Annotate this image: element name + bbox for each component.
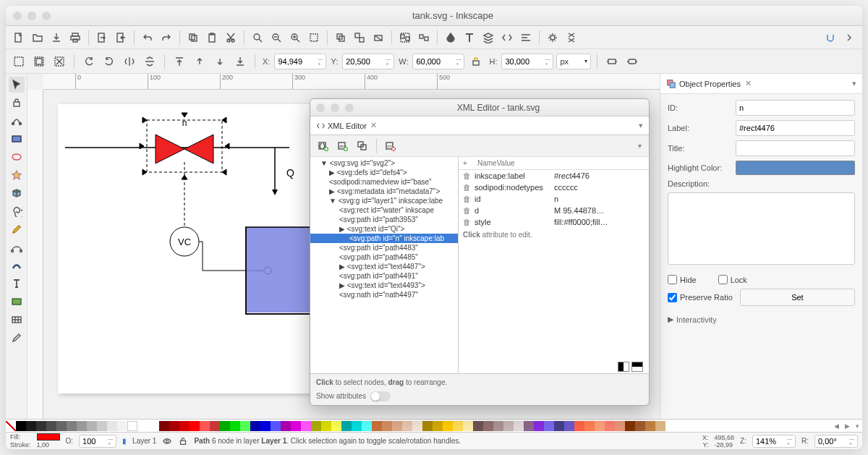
duplicate-node-button[interactable] (354, 137, 371, 155)
new-file-button[interactable] (10, 29, 27, 46)
fill-stroke-button[interactable] (442, 29, 459, 46)
calligraphy-tool[interactable] (9, 258, 25, 273)
rect-tool[interactable] (9, 131, 25, 147)
lower-button[interactable] (211, 53, 229, 70)
new-element-node-button[interactable] (315, 137, 332, 155)
hide-checkbox[interactable]: Hide (668, 275, 697, 284)
dropper-tool[interactable] (9, 330, 25, 346)
new-text-node-button[interactable]: abc (334, 137, 352, 155)
group-button[interactable] (396, 29, 414, 46)
align-button[interactable] (517, 29, 535, 46)
mesh-tool[interactable] (9, 312, 25, 328)
xml-node[interactable]: ▶ <svg:text id="text4493"> (310, 281, 458, 290)
xml-node[interactable]: <svg:path id="path4491" (310, 271, 458, 281)
zoom-page-button[interactable] (286, 29, 304, 46)
horizontal-ruler[interactable]: 0100200300400500 (43, 74, 660, 90)
3dbox-tool[interactable] (9, 185, 25, 201)
import-button[interactable] (93, 29, 111, 46)
zoom-input[interactable]: —+ (752, 435, 796, 448)
layout-horizontal-button[interactable] (618, 362, 629, 372)
highlight-color-button[interactable] (736, 161, 855, 175)
xml-node[interactable]: <svg:rect id="water" inkscape (310, 205, 458, 215)
print-button[interactable] (67, 29, 84, 46)
palette-scroll-right[interactable]: ▶ (842, 422, 853, 430)
xml-node[interactable]: ▶ <svg:text id="Qi"> (310, 224, 458, 234)
x-input[interactable]: —+ (274, 54, 326, 69)
gradient-tool[interactable] (9, 294, 25, 310)
text-dialog-button[interactable] (461, 29, 478, 46)
text-tool[interactable] (9, 276, 25, 292)
layers-button[interactable] (480, 29, 497, 46)
id-field[interactable] (736, 100, 855, 116)
xml-editor-dialog[interactable]: XML Editor - tank.svg XML Editor✕ ▾ abc … (310, 98, 650, 406)
xml-titlebar[interactable]: XML Editor - tank.svg (310, 99, 649, 116)
xml-node[interactable]: <svg:path id="path4483" (310, 243, 458, 252)
vertical-ruler[interactable] (27, 90, 43, 419)
xml-node[interactable]: ▼ <svg:g id="layer1" inkscape:labe (310, 196, 458, 205)
doc-properties-button[interactable] (563, 29, 580, 46)
xml-node[interactable]: <svg:nath id="nath4497" (310, 290, 458, 299)
star-tool[interactable] (9, 167, 25, 183)
description-field[interactable] (668, 192, 855, 265)
xml-node[interactable]: <sodipodi:namedview id="base" (310, 177, 458, 187)
unit-select[interactable]: px▾ (556, 54, 591, 69)
preserve-ratio-checkbox[interactable]: Preserve Ratio (668, 293, 733, 302)
zoom-drawing-button[interactable] (268, 29, 285, 46)
scale-corners-button[interactable] (624, 53, 641, 70)
delete-attr-icon[interactable]: 🗑 (463, 195, 475, 203)
undo-button[interactable] (139, 29, 156, 46)
delete-attr-icon[interactable]: 🗑 (463, 171, 475, 180)
xml-node[interactable]: <svg:path id="path3953" (310, 215, 458, 224)
label-field[interactable] (736, 120, 855, 136)
set-button[interactable]: Set (740, 289, 855, 306)
select-all-button[interactable] (10, 53, 27, 70)
duplicate-button[interactable] (332, 29, 349, 46)
lock-checkbox[interactable]: Lock (718, 275, 747, 284)
w-input[interactable]: —+ (412, 54, 464, 69)
scale-stroke-button[interactable] (603, 53, 621, 70)
xml-attr-row[interactable]: 🗑inkscape:label#rect4476 (459, 170, 649, 182)
flip-h-button[interactable] (121, 53, 138, 70)
xml-node[interactable]: ▶ <svg:defs id="defs4"> (310, 168, 458, 177)
save-button[interactable] (48, 29, 65, 46)
redo-button[interactable] (158, 29, 175, 46)
no-fill-swatch[interactable] (6, 421, 16, 431)
xml-attr-row[interactable]: 🗑sodipodi:nodetypescccccc (459, 182, 649, 193)
xml-attr-row[interactable]: 🗑dM 95.44878… (459, 205, 649, 216)
rotate-cw-button[interactable] (101, 53, 118, 70)
zoom-selection-button[interactable] (249, 29, 266, 46)
pencil-tool[interactable] (9, 221, 25, 237)
rotation-input[interactable]: —+ (814, 435, 858, 448)
xml-node[interactable]: ▶ <svg:text id="text4487"> (310, 262, 458, 271)
copy-button[interactable] (184, 29, 202, 46)
paste-button[interactable] (203, 29, 221, 46)
y-input[interactable]: —+ (342, 54, 394, 69)
node-tool[interactable] (9, 113, 25, 129)
color-palette[interactable]: ◀ ▶ ▾ (6, 419, 862, 432)
palette-menu-button[interactable]: ▾ (853, 422, 862, 430)
fill-swatch[interactable] (37, 433, 60, 441)
xml-menu-button[interactable]: ▾ (638, 142, 644, 150)
h-input[interactable]: —+ (501, 54, 553, 69)
delete-attr-icon[interactable]: 🗑 (463, 218, 475, 226)
xml-node[interactable]: <svg:path id="n" inkscape:lab (310, 234, 458, 243)
xml-tree[interactable]: ▼ <svg:svg id="svg2">▶ <svg:defs id="def… (310, 157, 459, 373)
deselect-button[interactable] (51, 53, 68, 70)
raise-top-button[interactable] (171, 53, 188, 70)
layer-indicator[interactable]: Layer 1 (132, 437, 156, 445)
xml-tab[interactable]: XML Editor✕ ▾ (310, 116, 649, 135)
cut-button[interactable] (222, 29, 239, 46)
panel-tab[interactable]: Object Properties ✕ ▾ (660, 74, 862, 94)
lock-icon[interactable] (9, 95, 25, 111)
visibility-icon[interactable] (162, 435, 172, 447)
open-file-button[interactable] (29, 29, 46, 46)
lock-aspect-button[interactable] (467, 53, 485, 70)
xml-attr-row[interactable]: 🗑idn (459, 193, 649, 205)
delete-node-button[interactable]: xml (382, 137, 399, 155)
spiral-tool[interactable] (9, 203, 25, 219)
palette-scroll-left[interactable]: ◀ (831, 422, 842, 430)
panel-menu-icon[interactable]: ▾ (852, 79, 856, 88)
xml-node[interactable]: ▼ <svg:svg id="svg2"> (310, 158, 458, 168)
ellipse-tool[interactable] (9, 149, 25, 165)
preferences-button[interactable] (544, 29, 561, 46)
